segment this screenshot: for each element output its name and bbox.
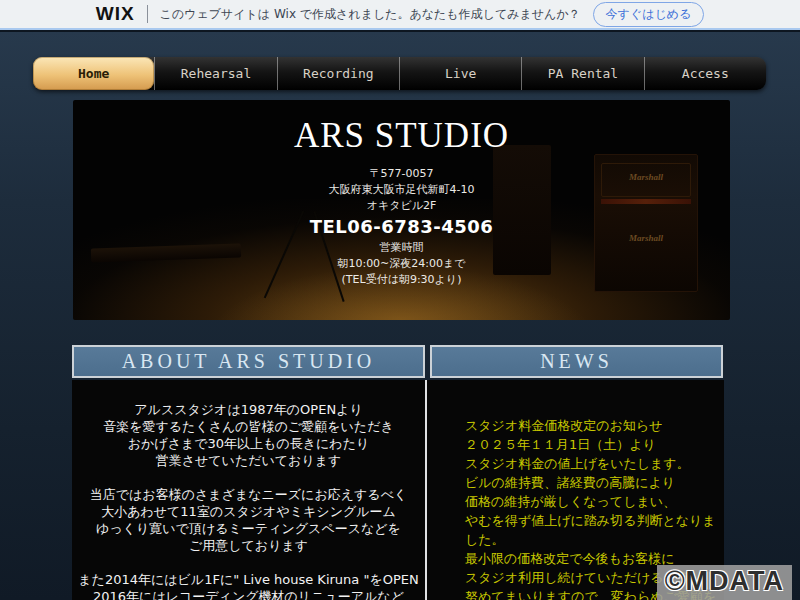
banner-divider [147, 5, 148, 23]
wix-banner: WIX このウェブサイトは Wix で作成されました。あなたも作成してみませんか… [0, 0, 800, 30]
wix-get-started-button[interactable]: 今すぐはじめる [593, 2, 705, 27]
main-nav: Home Rehearsal Recording Live PA Rental … [33, 57, 766, 90]
postal-code: 〒577-0057 [73, 166, 730, 182]
nav-item-pa-rental[interactable]: PA Rental [521, 57, 643, 90]
about-paragraph: また2014年にはビル1Fに" Live house Kiruna "をOPEN… [72, 571, 425, 600]
wix-logo[interactable]: WIX [96, 3, 135, 25]
nav-item-home[interactable]: Home [33, 57, 154, 90]
studio-contact-info: 〒577-0057 大阪府東大阪市足代新町4-10 オキタビル2F TEL06-… [73, 166, 730, 288]
about-section-heading: ABOUT ARS STUDIO [72, 345, 425, 378]
mdata-watermark: ©MDATA [657, 565, 792, 600]
wix-banner-message: このウェブサイトは Wix で作成されました。あなたも作成してみませんか？ [160, 6, 581, 23]
about-section-body: アルススタジオは1987年のOPENより 音楽を愛するたくさんの皆様のご愛顧をい… [72, 380, 425, 600]
nav-item-access[interactable]: Access [644, 57, 766, 90]
studio-title: ARS STUDIO [73, 116, 730, 156]
nav-item-live[interactable]: Live [399, 57, 521, 90]
phone-number: TEL06-6783-4506 [73, 214, 730, 240]
about-paragraph: 当店ではお客様のさまざまなニーズにお応えするべく 大小あわせて11室のスタジオや… [72, 486, 425, 554]
hours-label: 営業時間 [73, 240, 730, 256]
address-line: 大阪府東大阪市足代新町4-10 [73, 182, 730, 198]
nav-item-rehearsal[interactable]: Rehearsal [154, 57, 276, 90]
page-background: Home Rehearsal Recording Live PA Rental … [0, 32, 800, 600]
hero-stage-photo: Marshall Marshall ARS STUDIO 〒577-0057 大… [73, 100, 730, 320]
tel-reception-note: (TEL受付は朝9:30より) [73, 272, 730, 288]
hours-value: 朝10:00~深夜24:00まで [73, 256, 730, 272]
news-section-heading: NEWS [430, 345, 723, 378]
building-line: オキタビル2F [73, 198, 730, 214]
about-paragraph: アルススタジオは1987年のOPENより 音楽を愛するたくさんの皆様のご愛顧をい… [72, 401, 425, 469]
nav-item-recording[interactable]: Recording [277, 57, 399, 90]
about-text: アルススタジオは1987年のOPENより 音楽を愛するたくさんの皆様のご愛顧をい… [72, 380, 425, 600]
